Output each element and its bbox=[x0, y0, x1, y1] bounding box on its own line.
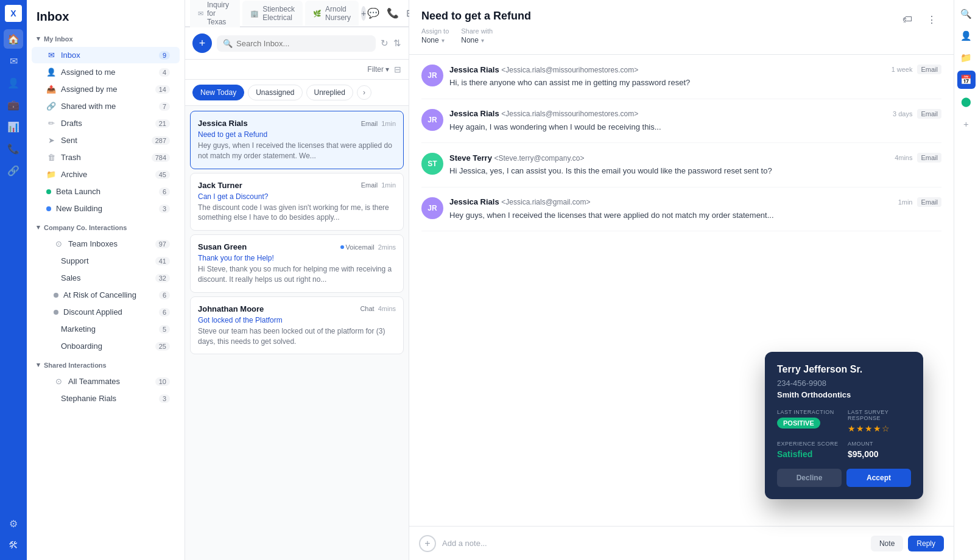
tab-stienbeck[interactable]: 🏢 Stienbeck Electrical bbox=[242, 1, 303, 26]
status-panel-icon[interactable]: ⬤ bbox=[957, 93, 976, 111]
compose-area: + Add a note... Note Reply bbox=[409, 526, 954, 560]
sidebar-item-assigned-by-me[interactable]: 📤 Assigned by me 14 bbox=[32, 81, 180, 97]
amount-label: AMOUNT bbox=[848, 441, 911, 447]
company-section-title[interactable]: ▾ Company Co. Interactions bbox=[27, 220, 185, 235]
conv-item-johnathan-moore[interactable]: Johnathan Moore Chat 4mins Got locked of… bbox=[190, 296, 404, 355]
compose-add-button[interactable]: + bbox=[419, 535, 436, 552]
search-icon: 🔍 bbox=[223, 39, 233, 48]
tab-add-button[interactable]: + bbox=[361, 6, 366, 21]
tabs-bar: ✉ Product Inquiry for Texas Store 🏢 Stie… bbox=[185, 0, 409, 27]
main-content: ✉ Product Inquiry for Texas Store 🏢 Stie… bbox=[185, 0, 978, 560]
sidebar-item-discount-applied[interactable]: Discount Applied 6 bbox=[32, 304, 180, 320]
sidebar-item-support[interactable]: Support 41 bbox=[32, 253, 180, 269]
conv-time-3: 2mins bbox=[378, 243, 396, 251]
filter-button[interactable]: Filter ▾ bbox=[367, 65, 389, 74]
assign-to-value[interactable]: None ▾ bbox=[421, 36, 449, 44]
tab-label-2: Stienbeck Electrical bbox=[262, 5, 295, 22]
nav-phone-icon[interactable]: 📞 bbox=[4, 139, 23, 158]
chat-icon[interactable]: 💬 bbox=[367, 7, 379, 19]
compose-button[interactable]: + bbox=[192, 33, 212, 53]
sidebar-item-sales[interactable]: Sales 32 bbox=[32, 270, 180, 286]
conv-time-1: 1min bbox=[381, 120, 396, 127]
conv-item-susan-green[interactable]: Susan Green Voicemail 2mins Thank you fo… bbox=[190, 234, 404, 293]
nav-inbox-icon[interactable]: ✉ bbox=[4, 51, 23, 71]
sidebar-item-at-risk[interactable]: At Risk of Cancelling 6 bbox=[32, 287, 180, 303]
conv-item-jessica-rials[interactable]: Jessica Rials Email 1min Need to get a R… bbox=[190, 111, 404, 169]
nav-home-icon[interactable]: 🏠 bbox=[4, 29, 23, 49]
time-2: 3 days bbox=[893, 110, 912, 117]
sidebar-item-sent[interactable]: ➤ Sent 287 bbox=[32, 132, 180, 149]
contact-panel-icon[interactable]: 👤 bbox=[957, 27, 976, 45]
sidebar-item-all-teammates[interactable]: ⊙ All Teammates 10 bbox=[32, 373, 180, 390]
at-risk-dot bbox=[54, 293, 58, 298]
shared-section: ▾ Shared Interactions ⊙ All Teammates 10… bbox=[27, 357, 185, 407]
sidebar-item-beta-launch[interactable]: Beta Launch 6 bbox=[32, 183, 180, 200]
sidebar-item-new-building[interactable]: New Building 3 bbox=[32, 200, 180, 217]
sidebar-item-stephanie[interactable]: Stephanie Rials 3 bbox=[32, 390, 180, 407]
conv-preview-2: The discount code I was given isn't work… bbox=[198, 203, 396, 223]
all-teammates-icon: ⊙ bbox=[54, 377, 63, 386]
filter-tab-next[interactable]: › bbox=[357, 85, 371, 100]
sidebar-item-shared-with-me[interactable]: 🔗 Shared with me 7 bbox=[32, 98, 180, 114]
conversation-list: Jessica Rials Email 1min Need to get a R… bbox=[185, 106, 409, 560]
marketing-count: 5 bbox=[159, 325, 170, 334]
conv-header-3: Susan Green Voicemail 2mins bbox=[198, 242, 396, 251]
sidebar-item-marketing[interactable]: Marketing 5 bbox=[32, 321, 180, 337]
message-content-3: Steve Terry <Steve.terry@company.co> 4mi… bbox=[449, 153, 941, 177]
add-panel-icon[interactable]: + bbox=[957, 114, 976, 133]
nav-settings-icon[interactable]: ⚙ bbox=[4, 514, 23, 533]
new-building-count: 3 bbox=[159, 205, 170, 213]
reply-button[interactable]: Reply bbox=[908, 536, 944, 551]
refresh-icon[interactable]: ↻ bbox=[381, 38, 389, 49]
tag-button[interactable]: 🏷 bbox=[898, 10, 917, 29]
search-panel-icon[interactable]: 🔍 bbox=[957, 5, 976, 23]
sidebar-item-assigned-to-me[interactable]: 👤 Assigned to me 4 bbox=[32, 64, 180, 80]
tab-arnold-nursery[interactable]: 🌿 Arnold Nursery bbox=[305, 1, 359, 26]
sidebar-item-onboarding[interactable]: Onboarding 25 bbox=[32, 338, 180, 354]
sidebar-item-archive[interactable]: 📁 Archive 45 bbox=[32, 166, 180, 183]
filter-sort-icon[interactable]: ⊟ bbox=[394, 65, 401, 74]
sort-icon[interactable]: ⇅ bbox=[393, 38, 401, 49]
nav-contacts-icon[interactable]: 👤 bbox=[4, 73, 23, 93]
filter-tab-unreplied[interactable]: Unreplied bbox=[306, 85, 353, 100]
phone-icon[interactable]: 📞 bbox=[387, 7, 399, 19]
discount-count: 6 bbox=[159, 308, 170, 317]
accept-button[interactable]: Accept bbox=[846, 469, 911, 487]
sidebar-item-drafts[interactable]: ✏ Drafts 21 bbox=[32, 115, 180, 131]
caret-icon: ▾ bbox=[37, 35, 40, 43]
sidebar-item-trash[interactable]: 🗑 Trash 784 bbox=[32, 149, 180, 166]
nav-tools-icon[interactable]: 🛠 bbox=[4, 536, 23, 555]
nav-deals-icon[interactable]: 💼 bbox=[4, 95, 23, 114]
decline-button[interactable]: Decline bbox=[777, 469, 842, 487]
sidebar-item-team-inboxes[interactable]: ⊙ Team Inboxes 97 bbox=[32, 236, 180, 252]
last-interaction-stat: LAST INTERACTION POSITIVE bbox=[777, 409, 840, 433]
conv-item-jack-turner[interactable]: Jack Turner Email 1min Can I get a Disco… bbox=[190, 173, 404, 231]
share-with-value[interactable]: None ▾ bbox=[461, 36, 493, 44]
inbox-icon: ✉ bbox=[46, 51, 56, 60]
avatar-2: JR bbox=[421, 109, 443, 131]
stephanie-label: Stephanie Rials bbox=[61, 394, 154, 403]
my-inbox-section-title[interactable]: ▾ My Inbox bbox=[27, 31, 185, 46]
nav-reports-icon[interactable]: 📊 bbox=[4, 117, 23, 136]
files-panel-icon[interactable]: 📁 bbox=[957, 49, 976, 67]
calendar-panel-icon[interactable]: 📅 bbox=[957, 71, 976, 89]
filter-tabs: New Today Unassigned Unreplied › bbox=[185, 80, 409, 106]
sidebar-item-inbox[interactable]: ✉ Inbox 9 bbox=[32, 47, 180, 63]
message-row-4: JR Jessica Rials <Jessica.rials@gmail.co… bbox=[421, 197, 941, 232]
inbox-label: Inbox bbox=[61, 51, 154, 60]
compose-input[interactable]: Add a note... bbox=[442, 534, 865, 553]
contact-name: Terry Jefferson Sr. bbox=[777, 364, 911, 375]
note-button[interactable]: Note bbox=[871, 536, 903, 551]
conv-meta-3: Voicemail 2mins bbox=[340, 243, 396, 251]
nav-integrations-icon[interactable]: 🔗 bbox=[4, 161, 23, 180]
shared-section-title[interactable]: ▾ Shared Interactions bbox=[27, 357, 185, 373]
drafts-count: 21 bbox=[155, 119, 170, 128]
conv-header-4: Johnathan Moore Chat 4mins bbox=[198, 304, 396, 313]
filter-tab-new-today[interactable]: New Today bbox=[192, 85, 244, 100]
more-options-button[interactable]: ⋮ bbox=[922, 10, 941, 29]
sales-count: 32 bbox=[155, 274, 170, 282]
conv-meta-2: Email 1min bbox=[361, 181, 396, 189]
conv-detail-wrapper: Need to get a Refund Assign to None ▾ Sh… bbox=[409, 0, 954, 560]
search-input[interactable] bbox=[236, 39, 370, 48]
filter-tab-unassigned[interactable]: Unassigned bbox=[248, 85, 302, 100]
